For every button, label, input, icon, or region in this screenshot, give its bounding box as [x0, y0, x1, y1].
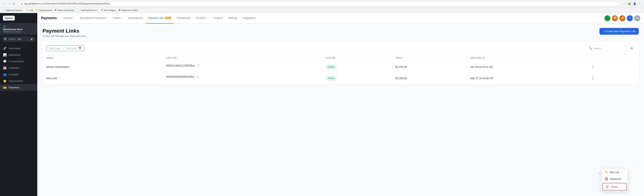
row1-copy-icon[interactable]: ⧉ — [198, 64, 200, 67]
tab-coupons[interactable]: Coupons — [210, 13, 226, 23]
bookmark-highlevel-label: Highlevel Paymen... — [6, 9, 24, 11]
bell-button[interactable]: 🔔 — [620, 15, 625, 21]
bookmark-cert-label: HighLevel Certific... — [122, 9, 139, 11]
bookmark-highlevel-cert[interactable]: 📌 HighLevel Certific... — [118, 9, 139, 11]
url-bar[interactable]: 🔒 app.gohighlevel.com/v2/location/1nFbv5… — [18, 1, 620, 6]
top-nav-actions: 📞 📢 🔔 ? VM — [604, 15, 640, 21]
tab-orders[interactable]: Orders ▾ — [110, 13, 125, 23]
bookmark-js-label: Online JavaScript... — [58, 9, 75, 11]
delete-label: Delete — [611, 185, 618, 188]
bookmark-star[interactable]: ☆ — [622, 2, 626, 6]
tab-integrations[interactable]: Integrations — [240, 13, 258, 23]
bookmark-staging-icon: ✴️ — [101, 9, 103, 11]
tab-invoices[interactable]: Invoices ▾ — [60, 13, 77, 23]
sidebar: Agency 👤 Vatsal Ecom Store Doloremque co… — [0, 13, 37, 196]
bookmark-ghl[interactable]: 📁 GHL — [26, 9, 34, 11]
filter-button[interactable]: ⚙ — [628, 45, 635, 52]
filter-icon: ⚙ — [630, 47, 633, 50]
bookmark-support-portal[interactable]: 📁 support-portal — [36, 9, 52, 11]
search-bar: 🔍 — [586, 45, 626, 51]
more-button[interactable]: ⋮ — [638, 2, 642, 6]
tab-payment-links[interactable]: Payment Links New — [146, 13, 174, 23]
row2-created-at: Mar 27 at 04:46 PM — [466, 73, 586, 84]
nav-tabs: Invoices ▾ Documents & Contracts ▾ Order… — [60, 13, 604, 23]
bookmark-ghl-staging[interactable]: ✴️ GHL Staging — [101, 9, 116, 11]
col-created-at: Created At — [466, 55, 586, 61]
new-badge: New — [165, 17, 171, 19]
logo-box: Agency — [3, 16, 15, 20]
table-toolbar: Start Date → End Date 📅 🔍 ⚙ — [42, 42, 639, 55]
tab-documents-contracts[interactable]: Documents & Contracts ▾ — [77, 13, 110, 23]
reload-button[interactable]: ↻ — [12, 2, 16, 6]
profile-button[interactable]: 👤 — [632, 2, 636, 6]
search-placeholder-text: Search — [8, 38, 16, 40]
nav-buttons: ← → ↻ — [2, 2, 16, 6]
payments-icon: 💳 — [3, 86, 7, 89]
tab-invoices-arrow: ▾ — [73, 17, 74, 19]
create-button-label: + Create New Payment Link — [603, 30, 636, 33]
bookmark-highlevel[interactable]: 📄 Highlevel Paymen... — [2, 9, 24, 11]
tab-subscriptions[interactable]: Subscriptions — [126, 13, 145, 23]
bookmark-cert-icon: 📌 — [118, 9, 121, 11]
delete-item[interactable]: 🗑️ Delete — [602, 183, 627, 191]
col-name: Name — [42, 55, 162, 61]
bookmark-support-label: support-portal — [39, 9, 52, 11]
row2-actions-button[interactable]: ⋮ — [590, 75, 596, 81]
help-button[interactable]: ? — [627, 15, 633, 21]
tab-products[interactable]: Products ▾ — [193, 13, 210, 23]
tab-settings[interactable]: Settings — [226, 13, 240, 23]
user-avatar[interactable]: VM — [634, 15, 640, 21]
account-switcher[interactable]: 👤 Vatsal Ecom Store Doloremque consequ..… — [0, 23, 37, 35]
sidebar-logo: Agency — [0, 13, 37, 23]
table-row: Iphone Subscription /65b2cc44b31135500ba… — [42, 61, 639, 73]
sidebar-search: 🔍 Search ⌘K ⚡ — [0, 35, 37, 44]
sidebar-search-input[interactable]: 🔍 Search ⌘K ⚡ — [2, 36, 35, 42]
bookmark-fastpay[interactable]: 📄 FastPayDirect inv... — [78, 9, 99, 11]
bookmark-fastpay-label: FastPayDirect inv... — [81, 9, 99, 11]
main-content: Payments Invoices ▾ Documents & Contract… — [37, 13, 644, 196]
sidebar-item-dashboard[interactable]: 📊 Dashboard — [0, 52, 37, 58]
tab-settings-label: Settings — [228, 16, 237, 19]
table-row: New Link /6604000b3808f53569a... ⧉ Activ… — [42, 73, 639, 84]
bookmark-ghl-label: GHL — [30, 9, 34, 11]
phone-button[interactable]: 📞 — [604, 15, 610, 21]
create-payment-link-button[interactable]: + Create New Payment Link — [600, 28, 639, 35]
calendars-label: Calendars — [8, 66, 20, 69]
sidebar-item-conversations[interactable]: 💬 Conversations — [0, 58, 37, 65]
table-container: Start Date → End Date 📅 🔍 ⚙ — [42, 42, 639, 84]
row1-name: Iphone Subscription — [42, 61, 162, 73]
edit-icon: ✏️ — [605, 171, 608, 174]
bookmark-highlevel-icon: 📄 — [2, 9, 5, 11]
search-input[interactable] — [594, 47, 623, 50]
account-info: 👤 Vatsal Ecom Store Doloremque consequ..… — [3, 25, 22, 33]
edit-link-item[interactable]: ✏️ Edit Link — [602, 169, 628, 176]
bookmark-online-js[interactable]: 📌 Online JavaScript... — [54, 9, 75, 11]
tab-transactions-label: Transactions — [176, 16, 190, 19]
launchpad-label: Launchpad — [8, 47, 20, 50]
conversations-icon: 💬 — [3, 60, 7, 63]
row1-actions-button[interactable]: ⋮ — [590, 64, 596, 70]
browser-bar: ← → ↻ 🔒 app.gohighlevel.com/v2/location/… — [0, 0, 644, 7]
sidebar-item-calendars[interactable]: 📅 Calendars — [0, 65, 37, 71]
launchpad-icon: 🚀 — [3, 47, 7, 50]
forward-button[interactable]: → — [7, 2, 11, 6]
back-button[interactable]: ← — [2, 2, 6, 6]
opportunities-label: Opportunities — [8, 80, 23, 82]
calendars-icon: 📅 — [3, 66, 7, 70]
sidebar-item-contacts[interactable]: 👥 Contacts — [0, 71, 37, 78]
tab-transactions[interactable]: Transactions — [174, 13, 193, 23]
row2-copy-icon[interactable]: ⧉ — [197, 75, 199, 78]
start-date-placeholder: Start Date — [49, 47, 60, 50]
sidebar-item-opportunities[interactable]: ⭐ Opportunities — [0, 78, 37, 84]
date-range-picker[interactable]: Start Date → End Date 📅 — [46, 45, 84, 51]
megaphone-button[interactable]: 📢 — [612, 15, 618, 21]
sidebar-item-launchpad[interactable]: 🚀 Launchpad — [0, 45, 37, 52]
row2-status: Active — [322, 73, 392, 84]
extensions-button[interactable]: 🧩 — [627, 2, 631, 6]
payments-table: Name Link Url Status Price Created At Ip… — [42, 55, 639, 84]
page-content: Payment Links Create and Manage your Pay… — [37, 23, 644, 196]
sidebar-item-payments[interactable]: 💳 Payments — [0, 84, 37, 91]
deactivate-item[interactable]: ⭕ Deactivate — [602, 176, 628, 182]
tab-subscriptions-label: Subscriptions — [128, 16, 143, 19]
page-subtitle: Create and Manage your Payment Links — [42, 35, 86, 37]
